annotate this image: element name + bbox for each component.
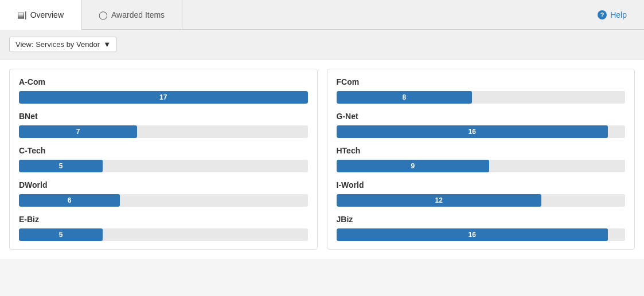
- toolbar: View: Services by Vendor ▼: [0, 30, 644, 60]
- help-icon: ?: [598, 10, 607, 19]
- tab-awarded-items-label: Awarded Items: [111, 10, 165, 19]
- vendor-name: HTech: [337, 146, 626, 155]
- chevron-down-icon: ▼: [103, 40, 111, 49]
- bar-fill: 12: [337, 194, 541, 207]
- vendor-row: JBiz16: [337, 215, 626, 241]
- bar-fill: 16: [337, 228, 608, 241]
- tab-overview-label: Overview: [30, 10, 64, 19]
- vendor-row: C-Tech5: [19, 146, 308, 172]
- vendor-row: FCom8: [337, 77, 626, 104]
- help-label: Help: [610, 10, 627, 19]
- vendor-panel-right: FCom8G-Net16HTech9I-World12JBiz16: [327, 69, 635, 250]
- vendor-name: DWorld: [19, 180, 308, 190]
- vendor-name: FCom: [337, 77, 626, 86]
- bar-container: 8: [337, 91, 626, 104]
- vendor-row: DWorld6: [19, 180, 308, 207]
- bar-fill: 5: [19, 160, 103, 172]
- vendor-row: E-Biz5: [19, 215, 308, 241]
- vendor-name: JBiz: [337, 215, 626, 224]
- bar-container: 17: [19, 91, 308, 104]
- tab-overview[interactable]: ▤| Overview: [0, 0, 81, 30]
- bar-fill: 6: [19, 194, 120, 207]
- bar-fill: 16: [337, 125, 608, 138]
- view-dropdown-label: View: Services by Vendor: [15, 40, 100, 49]
- vendor-name: E-Biz: [19, 215, 308, 224]
- chart-icon: ▤|: [17, 10, 27, 19]
- vendor-row: G-Net16: [337, 112, 626, 138]
- vendor-name: C-Tech: [19, 146, 308, 155]
- vendor-row: A-Com17: [19, 77, 308, 104]
- tab-awarded-items[interactable]: ◯ Awarded Items: [81, 0, 182, 29]
- view-dropdown[interactable]: View: Services by Vendor ▼: [9, 37, 117, 52]
- file-icon: ◯: [99, 10, 108, 19]
- tab-spacer: [182, 0, 580, 29]
- vendor-name: BNet: [19, 112, 308, 121]
- bar-fill: 5: [19, 228, 103, 241]
- bar-container: 6: [19, 194, 308, 207]
- bar-container: 5: [19, 160, 308, 172]
- tab-bar: ▤| Overview ◯ Awarded Items ? Help: [0, 0, 644, 30]
- bar-container: 7: [19, 125, 308, 138]
- bar-fill: 8: [337, 91, 473, 104]
- vendor-name: I-World: [337, 180, 626, 190]
- vendor-grid: A-Com17BNet7C-Tech5DWorld6E-Biz5 FCom8G-…: [9, 69, 635, 250]
- bar-fill: 7: [19, 125, 137, 138]
- bar-container: 16: [337, 125, 626, 138]
- bar-fill: 9: [337, 160, 490, 172]
- bar-container: 16: [337, 228, 626, 241]
- vendor-row: BNet7: [19, 112, 308, 138]
- vendor-row: HTech9: [337, 146, 626, 172]
- bar-fill: 17: [19, 91, 308, 104]
- help-tab[interactable]: ? Help: [580, 0, 644, 29]
- vendor-name: G-Net: [337, 112, 626, 121]
- bar-container: 5: [19, 228, 308, 241]
- vendor-name: A-Com: [19, 77, 308, 86]
- main-content: A-Com17BNet7C-Tech5DWorld6E-Biz5 FCom8G-…: [0, 60, 644, 259]
- bar-container: 12: [337, 194, 626, 207]
- vendor-row: I-World12: [337, 180, 626, 207]
- bar-container: 9: [337, 160, 626, 172]
- vendor-panel-left: A-Com17BNet7C-Tech5DWorld6E-Biz5: [9, 69, 318, 250]
